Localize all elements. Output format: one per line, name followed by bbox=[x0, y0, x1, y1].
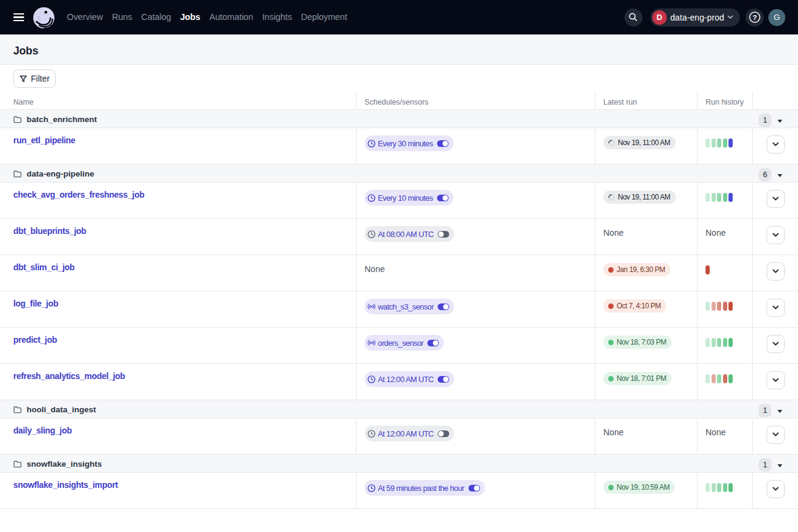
svg-text:?: ? bbox=[752, 14, 756, 21]
